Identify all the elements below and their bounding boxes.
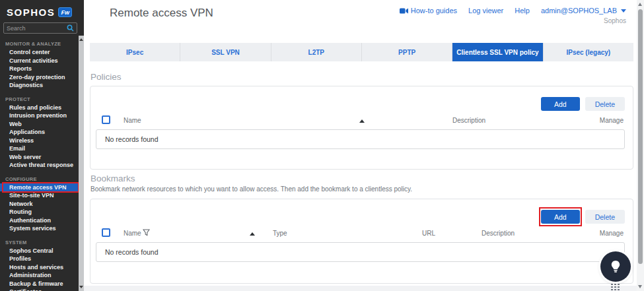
help-label: Help	[515, 7, 530, 15]
bookmarks-empty-text: No records found	[105, 248, 159, 256]
bookmarks-column-name[interactable]: Name	[124, 230, 141, 237]
sidebar-item-reports[interactable]: Reports	[0, 65, 79, 73]
sidebar-item-hosts-and-services[interactable]: Hosts and services	[0, 263, 79, 272]
account-label: admin@SOPHOS_LAB	[541, 7, 617, 15]
video-camera-icon	[400, 8, 408, 14]
sidebar-item-backup-firmware[interactable]: Backup & firmware	[0, 280, 79, 288]
bookmarks-panel: Add Delete Name Type URL Description Man…	[90, 199, 633, 284]
vpn-tabs: IPsec SSL VPN L2TP PPTP Clientless SSL V…	[90, 43, 633, 61]
sidebar-item-remote-access-vpn[interactable]: Remote access VPN	[0, 183, 79, 192]
sidebar-item-current-activities[interactable]: Current activities	[0, 57, 79, 65]
log-viewer-link[interactable]: Log viewer	[468, 7, 503, 15]
policies-column-description: Description	[452, 117, 485, 124]
policies-actions: Add Delete	[541, 97, 625, 111]
policies-table-header: Name Description Manage	[90, 115, 633, 127]
sidebar-item-wireless[interactable]: Wireless	[0, 137, 79, 145]
policies-empty-row: No records found	[96, 129, 625, 149]
scrollbar-thumb[interactable]	[638, 9, 643, 264]
page-title: Remote access VPN	[110, 7, 213, 20]
bookmarks-add-button[interactable]: Add	[541, 210, 580, 224]
sidebar-item-email[interactable]: Email	[0, 145, 79, 153]
howto-guides-label: How-to guides	[411, 7, 457, 15]
sidebar-search	[3, 22, 77, 34]
nav-section-system: SYSTEM	[0, 233, 79, 247]
bookmarks-table-header: Name Type URL Description Manage	[90, 228, 633, 240]
policies-delete-button[interactable]: Delete	[585, 97, 625, 111]
sidebar-item-active-threat-response[interactable]: Active threat response	[0, 161, 79, 170]
policies-column-name[interactable]: Name	[124, 117, 141, 124]
sidebar-nav: MONITOR & ANALYZE Control center Current…	[0, 34, 79, 291]
sidebar-item-sophos-central[interactable]: Sophos Central	[0, 247, 79, 255]
lightbulb-icon	[610, 260, 622, 273]
chevron-down-icon	[621, 9, 626, 13]
sidebar-item-site-to-site-vpn[interactable]: Site-to-site VPN	[0, 191, 79, 200]
sidebar-item-profiles[interactable]: Profiles	[0, 255, 79, 263]
bookmarks-subtitle: Bookmark network resources to which you …	[90, 185, 412, 193]
sidebar-item-web-server[interactable]: Web server	[0, 153, 79, 162]
bookmarks-actions: Add Delete	[541, 210, 625, 224]
search-input[interactable]	[7, 25, 67, 32]
page-bottom-strip	[84, 286, 637, 291]
nav-section-configure: CONFIGURE	[0, 170, 79, 183]
logo-text: SOPHOS	[7, 7, 55, 18]
nav-section-protect: PROTECT	[0, 90, 79, 104]
sidebar-scrollbar[interactable]	[79, 36, 84, 291]
sidebar-item-administration[interactable]: Administration	[0, 271, 79, 280]
tab-ipsec[interactable]: IPsec	[90, 43, 180, 61]
bookmarks-heading: Bookmarks	[90, 174, 135, 183]
tab-ssl-vpn[interactable]: SSL VPN	[180, 43, 271, 61]
sidebar-item-intrusion-prevention[interactable]: Intrusion prevention	[0, 112, 79, 120]
tab-clientless-ssl-vpn-policy[interactable]: Clientless SSL VPN policy	[452, 43, 543, 61]
policies-empty-text: No records found	[105, 135, 159, 143]
bookmarks-column-manage: Manage	[600, 230, 624, 237]
sidebar-item-system-services[interactable]: System services	[0, 224, 79, 233]
nav-section-monitor-analyze: MONITOR & ANALYZE	[0, 34, 79, 48]
scroll-down-icon[interactable]	[79, 286, 83, 288]
grip-dots-handle[interactable]	[610, 283, 621, 290]
scroll-up-icon[interactable]	[638, 3, 642, 6]
firewall-badge: Fw	[58, 7, 72, 17]
filter-funnel-icon[interactable]	[143, 229, 150, 236]
policies-column-manage: Manage	[600, 117, 624, 124]
sidebar-item-certificates[interactable]: Certificates	[0, 288, 79, 291]
sidebar-item-authentication[interactable]: Authentication	[0, 216, 79, 225]
account-menu[interactable]: admin@SOPHOS_LAB	[541, 7, 626, 15]
policies-panel: Add Delete Name Description Manage No re…	[90, 86, 633, 170]
app-window: SOPHOS Fw MONITOR & ANALYZE Control cent…	[0, 0, 644, 291]
bookmarks-column-description: Description	[482, 230, 515, 237]
tab-ipsec-legacy[interactable]: IPsec (legacy)	[544, 43, 633, 61]
policies-select-all-checkbox[interactable]	[102, 115, 110, 124]
header-links: How-to guides Log viewer Help admin@SOPH…	[400, 7, 626, 15]
sidebar-item-rules-and-policies[interactable]: Rules and policies	[0, 104, 79, 112]
sort-ascending-icon[interactable]	[250, 232, 255, 236]
tab-l2tp[interactable]: L2TP	[271, 43, 362, 61]
search-icon[interactable]	[67, 24, 74, 32]
log-viewer-label: Log viewer	[468, 7, 503, 15]
policies-heading: Policies	[90, 72, 122, 82]
sidebar-item-network[interactable]: Network	[0, 200, 79, 209]
brand-label: Sophos	[604, 17, 626, 24]
bookmarks-column-type: Type	[273, 230, 287, 237]
page-scrollbar[interactable]	[637, 0, 644, 291]
sidebar-item-zero-day-protection[interactable]: Zero-day protection	[0, 73, 79, 82]
scroll-up-icon[interactable]	[79, 38, 83, 41]
sidebar-item-routing[interactable]: Routing	[0, 208, 79, 216]
sophos-logo: SOPHOS Fw	[7, 7, 72, 18]
sort-ascending-icon[interactable]	[359, 119, 365, 123]
help-bubble-button[interactable]	[600, 251, 631, 282]
bookmarks-column-url: URL	[422, 230, 435, 237]
tab-pptp[interactable]: PPTP	[362, 43, 452, 61]
bookmarks-delete-button[interactable]: Delete	[585, 210, 625, 224]
sidebar-item-control-center[interactable]: Control center	[0, 48, 79, 57]
policies-add-button[interactable]: Add	[541, 97, 580, 111]
sidebar-item-diagnostics[interactable]: Diagnostics	[0, 81, 79, 90]
sidebar-item-web[interactable]: Web	[0, 120, 79, 129]
bookmarks-select-all-checkbox[interactable]	[102, 228, 110, 237]
main-content: Remote access VPN How-to guides Log view…	[84, 0, 644, 291]
howto-guides-link[interactable]: How-to guides	[400, 7, 457, 15]
bookmarks-empty-row: No records found	[96, 242, 625, 262]
sidebar: SOPHOS Fw MONITOR & ANALYZE Control cent…	[0, 0, 84, 291]
sidebar-item-applications[interactable]: Applications	[0, 128, 79, 137]
help-link[interactable]: Help	[515, 7, 530, 15]
scroll-down-icon[interactable]	[638, 285, 642, 288]
